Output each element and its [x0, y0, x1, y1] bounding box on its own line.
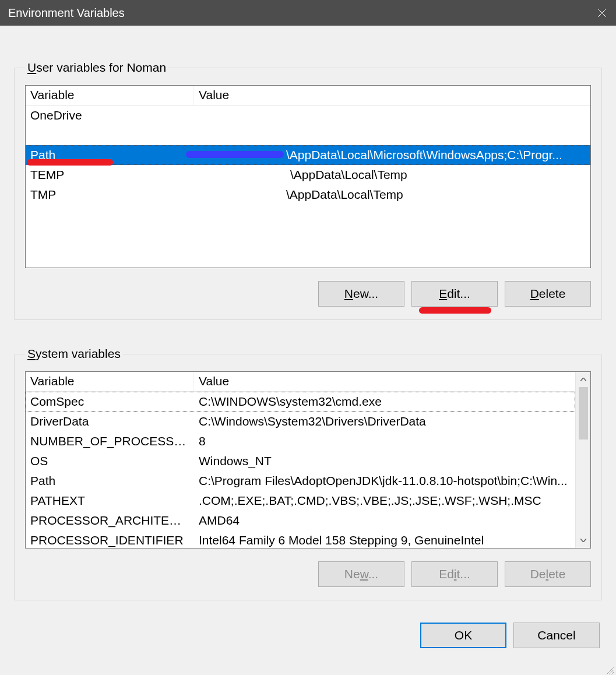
- system-buttons: New... Edit... Delete: [25, 561, 591, 587]
- user-variables-list[interactable]: Variable Value OneDrive Path \AppData\Lo…: [25, 85, 591, 268]
- list-item[interactable]: DriverData C:\Windows\System32\Drivers\D…: [26, 412, 575, 431]
- titlebar: Environment Variables: [0, 0, 616, 26]
- scroll-up-icon[interactable]: [576, 372, 591, 387]
- column-variable[interactable]: Variable: [26, 372, 194, 391]
- list-header: Variable Value: [26, 372, 590, 392]
- list-header: Variable Value: [26, 86, 590, 106]
- system-list-body: ComSpec C:\WINDOWS\system32\cmd.exe Driv…: [26, 392, 590, 548]
- resize-grip-icon[interactable]: [604, 663, 614, 673]
- close-icon[interactable]: [596, 7, 608, 19]
- system-variables-group: System variables Variable Value ComSpec …: [14, 347, 602, 600]
- column-value[interactable]: Value: [194, 86, 590, 105]
- scroll-down-icon[interactable]: [576, 533, 591, 548]
- list-item[interactable]: TMP \AppData\Local\Temp: [26, 185, 590, 205]
- user-buttons: New... Edit... Delete: [25, 281, 591, 307]
- user-variables-legend: User variables for Noman: [25, 61, 168, 75]
- delete-button[interactable]: Delete: [505, 281, 591, 307]
- user-list-body: OneDrive Path \AppData\Local\Microsoft\W…: [26, 106, 590, 268]
- scroll-thumb[interactable]: [579, 387, 588, 440]
- column-value[interactable]: Value: [194, 372, 575, 391]
- list-item[interactable]: NUMBER_OF_PROCESSORS 8: [26, 431, 575, 451]
- new-button[interactable]: New...: [318, 561, 404, 587]
- new-button[interactable]: New...: [318, 281, 404, 307]
- svg-line-3: [609, 670, 614, 674]
- annotation-redline: [27, 159, 113, 166]
- window-title: Environment Variables: [8, 6, 125, 20]
- scrollbar[interactable]: [575, 372, 590, 548]
- column-variable[interactable]: Variable: [26, 86, 194, 105]
- list-item[interactable]: PATHEXT .COM;.EXE;.BAT;.CMD;.VBS;.VBE;.J…: [26, 491, 575, 511]
- list-item[interactable]: [26, 125, 590, 145]
- list-item[interactable]: Path C:\Program Files\AdoptOpenJDK\jdk-1…: [26, 471, 575, 491]
- edit-button[interactable]: Edit...: [411, 561, 498, 587]
- list-item[interactable]: TEMP \AppData\Local\Temp: [26, 165, 590, 185]
- list-item[interactable]: PROCESSOR_IDENTIFIER Intel64 Family 6 Mo…: [26, 530, 575, 548]
- delete-button[interactable]: Delete: [505, 561, 591, 587]
- dialog-footer: OK Cancel: [14, 623, 602, 648]
- edit-button[interactable]: Edit...: [411, 281, 498, 307]
- list-item[interactable]: OS Windows_NT: [26, 451, 575, 471]
- annotation-blueline: [186, 151, 284, 158]
- ok-button[interactable]: OK: [420, 623, 506, 648]
- annotation-redline: [419, 307, 491, 314]
- svg-line-4: [611, 672, 614, 674]
- user-variables-group: User variables for Noman Variable Value …: [14, 61, 602, 320]
- cancel-button[interactable]: Cancel: [513, 623, 600, 648]
- list-item[interactable]: OneDrive: [26, 106, 590, 125]
- system-variables-list[interactable]: Variable Value ComSpec C:\WINDOWS\system…: [25, 371, 591, 549]
- list-item[interactable]: PROCESSOR_ARCHITECTURE AMD64: [26, 511, 575, 530]
- system-variables-legend: System variables: [25, 347, 123, 361]
- list-item[interactable]: ComSpec C:\WINDOWS\system32\cmd.exe: [26, 392, 575, 412]
